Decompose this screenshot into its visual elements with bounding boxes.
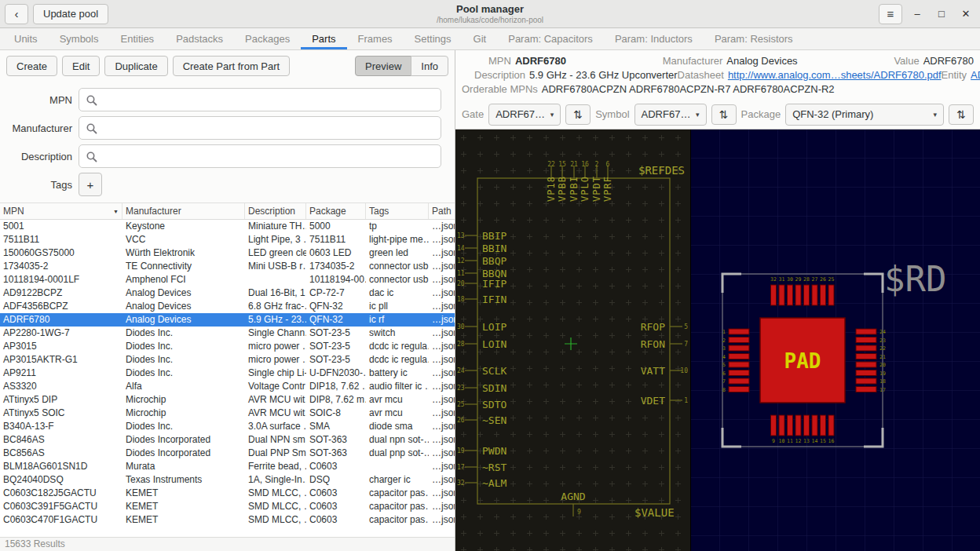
- package-preview-canvas[interactable]: PAD $RD 19172521018263111927412202851321…: [691, 130, 980, 551]
- cell-package: U-DFN2030-…: [306, 367, 366, 380]
- column-header-path[interactable]: Path: [429, 203, 455, 219]
- tab[interactable]: Frames: [347, 28, 404, 49]
- tab[interactable]: Parts: [301, 28, 346, 49]
- tab[interactable]: Git: [463, 28, 498, 49]
- symbol-goto-button[interactable]: ⇅: [711, 104, 737, 125]
- table-row[interactable]: C0603C182J5GACTU KEMET SMD MLCC, … C0603…: [0, 487, 455, 500]
- pad-number: 23: [879, 338, 886, 344]
- cell-path: …json: [429, 313, 455, 327]
- column-header-tags[interactable]: Tags: [366, 203, 429, 219]
- table-row[interactable]: BLM18AG601SN1D Murata Ferrite bead, … C0…: [0, 460, 455, 473]
- manufacturer-search-input[interactable]: [79, 117, 441, 139]
- column-header-manufacturer[interactable]: Manufacturer: [122, 203, 245, 219]
- manufacturer-search-entry[interactable]: [79, 116, 441, 140]
- maximize-icon: □: [938, 8, 945, 20]
- table-row[interactable]: AP9211 Diodes Inc. Single chip Li-… U-DF…: [0, 367, 455, 380]
- tab[interactable]: Padstacks: [165, 28, 234, 49]
- tab[interactable]: Symbols: [49, 28, 110, 49]
- tab[interactable]: Param: Inductors: [604, 28, 704, 49]
- cell-manufacturer: Analog Devices: [122, 286, 245, 300]
- package-combo[interactable]: QFN-32 (Primary)▾: [785, 104, 944, 126]
- edit-button[interactable]: Edit: [62, 56, 100, 76]
- gate-combo[interactable]: ADRF67…▾: [488, 104, 561, 126]
- column-header-mpn[interactable]: ▼MPN: [0, 203, 122, 219]
- cell-mpn: 1734035-2: [0, 260, 122, 273]
- cell-tags: dcdc ic regula…: [366, 353, 429, 367]
- table-row[interactable]: ADF4356BCPZ Analog Devices 6.8 GHz frac-…: [0, 300, 455, 313]
- table-row[interactable]: ADRF6780 Analog Devices 5.9 GHz - 23.… Q…: [0, 313, 455, 327]
- pool-manager-window: ‹ Update pool Pool manager /home/lukas/c…: [0, 0, 980, 551]
- column-header-description[interactable]: Description: [245, 203, 306, 219]
- create-part-from-part-button[interactable]: Create Part from Part: [173, 56, 291, 76]
- table-row[interactable]: 7511B11 VCC Light Pipe, 3 … 7511B11 ligh…: [0, 233, 455, 246]
- cell-manufacturer: Analog Devices: [122, 313, 245, 327]
- pad-number: 9: [772, 438, 775, 444]
- table-row[interactable]: 10118194-0001LF Amphenol FCI 10118194-00…: [0, 273, 455, 286]
- table-row[interactable]: BC856AS Diodes Incorporated Dual PNP Sm……: [0, 447, 455, 460]
- tab[interactable]: Units: [3, 28, 49, 49]
- preview-info-toggle: Preview Info: [355, 56, 448, 76]
- package-goto-button[interactable]: ⇅: [949, 104, 974, 125]
- mpn-search-entry[interactable]: [79, 88, 441, 111]
- tab[interactable]: Param: Resistors: [704, 28, 804, 49]
- cell-manufacturer: KEMET: [122, 500, 245, 513]
- table-row[interactable]: ATtinyx5 DIP Microchip AVR MCU wit… DIP8…: [0, 393, 455, 407]
- add-tag-button[interactable]: +: [79, 173, 102, 196]
- info-toggle-button[interactable]: Info: [411, 56, 448, 76]
- update-pool-button[interactable]: Update pool: [33, 4, 108, 24]
- search-icon: [86, 122, 98, 135]
- description-search-entry[interactable]: [79, 144, 441, 168]
- cell-package: C0603: [306, 513, 366, 527]
- maximize-button[interactable]: □: [932, 5, 951, 24]
- hamburger-icon: ≡: [887, 7, 894, 20]
- minimize-button[interactable]: –: [908, 5, 927, 24]
- cell-package: C0603: [306, 460, 366, 473]
- mpn-search-input[interactable]: [79, 89, 441, 111]
- pad-number: 20: [879, 362, 886, 368]
- smd-pad: [812, 415, 817, 436]
- symbol-preview-canvas[interactable]: 13 BBIP 14 BBIN 12 BBQP 11 BBQN: [455, 130, 691, 551]
- cell-mpn: C0603C182J5GACTU: [0, 487, 122, 500]
- table-row[interactable]: AP3015AKTR-G1 Diodes Inc. micro power … …: [0, 353, 455, 367]
- tab[interactable]: Param: Capacitors: [497, 28, 604, 49]
- table-row[interactable]: AP2280-1WG-7 Diodes Inc. Single Chann… S…: [0, 327, 455, 340]
- tab[interactable]: Entities: [109, 28, 165, 49]
- datasheet-link[interactable]: http://www.analog.com…sheets/ADRF6780.pd…: [728, 69, 942, 81]
- symbol-combo[interactable]: ADRF67…▾: [634, 104, 707, 126]
- table-row[interactable]: BC846AS Diodes Incorporated Dual NPN sm……: [0, 433, 455, 447]
- table-row[interactable]: ATtinyx5 SOIC Microchip AVR MCU wit… SOI…: [0, 407, 455, 420]
- table-row[interactable]: 1734035-2 TE Connectivity Mini USB-B r… …: [0, 260, 455, 273]
- back-button[interactable]: ‹: [5, 4, 28, 24]
- chevron-down-icon: ▾: [696, 111, 700, 119]
- table-row[interactable]: AP3015 Diodes Inc. micro power … SOT-23-…: [0, 340, 455, 353]
- cell-package: DIP8, 7.62 m…: [306, 393, 366, 407]
- pad-number: 10: [779, 438, 785, 444]
- create-button[interactable]: Create: [6, 56, 57, 76]
- gate-goto-button[interactable]: ⇅: [565, 104, 591, 125]
- cell-package: C0603: [306, 487, 366, 500]
- table-row[interactable]: BQ24040DSQ Texas Instruments 1A, Single-…: [0, 473, 455, 487]
- table-row[interactable]: AS3320 Alfa Voltage Contr… DIP18, 7.62 ……: [0, 380, 455, 393]
- pad-number: 11: [787, 438, 793, 444]
- table-row[interactable]: C0603C391F5GACTU KEMET SMD MLCC, … C0603…: [0, 500, 455, 513]
- cell-manufacturer: Alfa: [122, 380, 245, 393]
- duplicate-button[interactable]: Duplicate: [104, 56, 167, 76]
- description-search-input[interactable]: [79, 145, 441, 167]
- close-button[interactable]: ✕: [956, 5, 975, 24]
- pad-number: 13: [803, 438, 810, 444]
- pad-number: 2: [722, 338, 726, 344]
- table-row[interactable]: C0603C470F1GACTU KEMET SMD MLCC, … C0603…: [0, 513, 455, 527]
- column-header-package[interactable]: Package: [306, 203, 366, 219]
- table-row[interactable]: AD9122BCPZ Analog Devices Dual 16-Bit, 1…: [0, 286, 455, 300]
- table-row[interactable]: 5001 Keystone Miniature TH… 5000 tp …jso…: [0, 220, 455, 233]
- entity-link[interactable]: ADRF6780ACPZN-R7: [971, 69, 980, 81]
- cell-tags: capacitor pas…: [366, 487, 429, 500]
- preview-toggle-button[interactable]: Preview: [355, 56, 411, 76]
- table-row[interactable]: B340A-13-F Diodes Inc. 3.0A surface … SM…: [0, 420, 455, 433]
- cell-mpn: 10118194-0001LF: [0, 273, 122, 286]
- menu-button[interactable]: ≡: [879, 4, 902, 24]
- tab[interactable]: Settings: [404, 28, 463, 49]
- table-row[interactable]: 150060GS75000 Würth Elektronik LED green…: [0, 246, 455, 260]
- tab[interactable]: Packages: [234, 28, 301, 49]
- cell-manufacturer: Microchip: [122, 393, 245, 407]
